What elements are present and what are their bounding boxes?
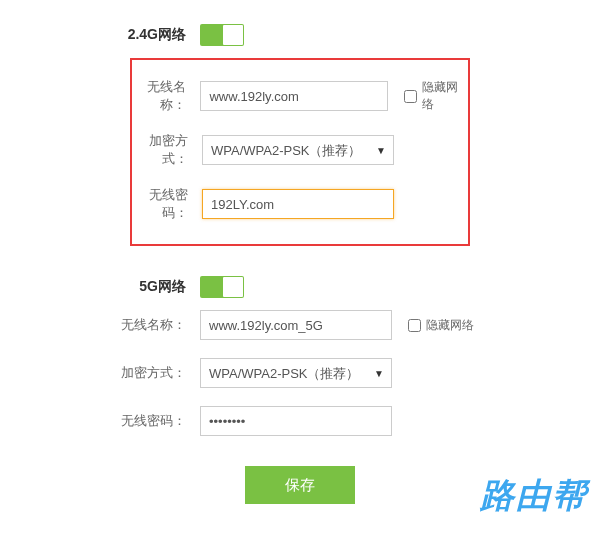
save-button[interactable]: 保存 <box>245 466 355 504</box>
hide-5g-label: 隐藏网络 <box>426 317 474 334</box>
password-24g-input[interactable] <box>202 189 394 219</box>
ssid-5g-label: 无线名称： <box>0 316 200 334</box>
network-24g-header: 2.4G网络 <box>0 24 600 46</box>
encryption-5g-select-wrapper: WPA/WPA2-PSK（推荐） ▼ <box>200 358 392 388</box>
password-5g-row: 无线密码： <box>0 406 600 436</box>
encryption-5g-select[interactable]: WPA/WPA2-PSK（推荐） <box>200 358 392 388</box>
hide-24g-checkbox[interactable] <box>404 90 417 103</box>
password-5g-label: 无线密码： <box>0 412 200 430</box>
ssid-24g-input[interactable] <box>200 81 387 111</box>
encryption-5g-label: 加密方式： <box>0 364 200 382</box>
toggle-knob <box>223 277 243 297</box>
hide-24g-label: 隐藏网络 <box>422 79 468 113</box>
encryption-24g-label: 加密方式： <box>132 132 202 168</box>
ssid-24g-label: 无线名称： <box>132 78 200 114</box>
hide-5g-checkbox[interactable] <box>408 319 421 332</box>
network-5g-block: 5G网络 无线名称： 隐藏网络 加密方式： WPA/WPA2-PSK（推荐） ▼… <box>0 246 600 436</box>
network-5g-title: 5G网络 <box>0 278 200 296</box>
password-24g-row: 无线密码： <box>132 186 468 222</box>
toggle-knob <box>223 25 243 45</box>
network-24g-title: 2.4G网络 <box>0 26 200 44</box>
hide-5g-wrapper: 隐藏网络 <box>408 317 474 334</box>
password-24g-label: 无线密码： <box>132 186 202 222</box>
encryption-24g-select[interactable]: WPA/WPA2-PSK（推荐） <box>202 135 394 165</box>
ssid-24g-row: 无线名称： 隐藏网络 <box>132 78 468 114</box>
ssid-5g-input[interactable] <box>200 310 392 340</box>
ssid-5g-row: 无线名称： 隐藏网络 <box>0 310 600 340</box>
network-24g-block: 2.4G网络 无线名称： 隐藏网络 加密方式： WPA/WPA2-PSK（推荐）… <box>0 0 600 246</box>
hide-24g-wrapper: 隐藏网络 <box>404 79 468 113</box>
encryption-5g-row: 加密方式： WPA/WPA2-PSK（推荐） ▼ <box>0 358 600 388</box>
highlight-24g-box: 无线名称： 隐藏网络 加密方式： WPA/WPA2-PSK（推荐） ▼ 无线密码… <box>130 58 470 246</box>
network-5g-header: 5G网络 <box>0 276 600 298</box>
watermark: 路由帮 <box>480 473 588 519</box>
network-5g-toggle[interactable] <box>200 276 244 298</box>
encryption-24g-row: 加密方式： WPA/WPA2-PSK（推荐） ▼ <box>132 132 468 168</box>
encryption-24g-select-wrapper: WPA/WPA2-PSK（推荐） ▼ <box>202 135 394 165</box>
network-24g-toggle[interactable] <box>200 24 244 46</box>
password-5g-input[interactable] <box>200 406 392 436</box>
